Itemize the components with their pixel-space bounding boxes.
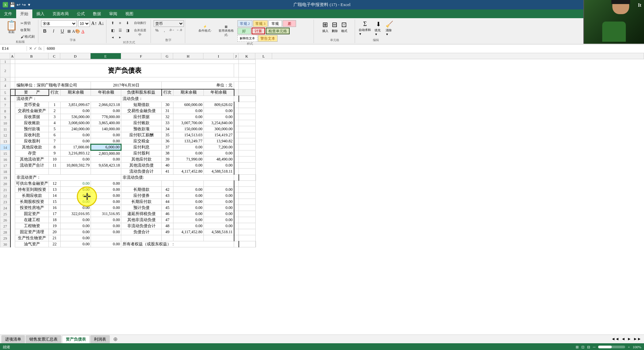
cell-a1[interactable]: [10, 60, 15, 64]
style-normal[interactable]: 常规: [268, 20, 282, 27]
style-calc[interactable]: 计算: [252, 28, 265, 34]
grid-scroll-area[interactable]: 1 2 资产负债表 3: [0, 59, 644, 335]
col-header-e[interactable]: E: [91, 53, 121, 59]
col-header-b[interactable]: B: [15, 53, 49, 59]
style-explain[interactable]: 解释性文本: [237, 35, 257, 42]
italic-button[interactable]: I: [50, 28, 57, 35]
insert-function-icon[interactable]: fx: [38, 46, 42, 51]
tab-insert[interactable]: 插入: [32, 9, 49, 18]
wrap-text-button[interactable]: 自动换行: [132, 20, 149, 27]
col-header-a[interactable]: A: [10, 53, 15, 59]
align-right-button[interactable]: ◨: [124, 28, 131, 34]
style-good[interactable]: 好: [237, 28, 251, 34]
number-format-select[interactable]: 货币: [154, 20, 184, 27]
merge-center-button[interactable]: 合并后居中: [132, 28, 149, 34]
indent-increase-button[interactable]: ►: [117, 35, 124, 40]
increase-font-button[interactable]: A↑: [91, 21, 97, 26]
tab-page-layout[interactable]: 页面布局: [49, 9, 73, 18]
indent-decrease-button[interactable]: ◄: [109, 35, 116, 40]
scroll-left-button[interactable]: ◄◄: [611, 337, 619, 342]
font-color-button[interactable]: A: [82, 29, 85, 34]
font-size-select[interactable]: 10: [78, 20, 90, 27]
row-g7[interactable]: 30: [162, 102, 173, 108]
zoom-in-button[interactable]: +: [628, 345, 630, 349]
fill-color-button[interactable]: A🎨: [72, 29, 80, 34]
style-normal3[interactable]: 常规 3: [253, 20, 268, 27]
sheet-tab-xiaoshufapiao[interactable]: 销售发票汇总表: [26, 335, 61, 343]
tab-review[interactable]: 审阅: [105, 9, 121, 18]
align-top-button[interactable]: ⬆: [109, 20, 116, 27]
tab-view[interactable]: 视图: [121, 9, 137, 18]
paste-button[interactable]: 📋 粘贴: [5, 21, 18, 39]
quick-customize[interactable]: ▼: [27, 3, 31, 7]
tab-home[interactable]: 开始: [16, 9, 32, 18]
quick-save[interactable]: 💾: [9, 2, 15, 8]
view-page-button[interactable]: ⊡: [581, 345, 584, 349]
format-cell-button[interactable]: ⊡ 格式: [340, 20, 348, 34]
style-bad[interactable]: 差: [283, 20, 296, 27]
quick-undo[interactable]: ↩: [17, 2, 21, 8]
period-h7[interactable]: 600,000.00: [173, 102, 204, 108]
cut-button[interactable]: ✂ 剪切: [19, 20, 36, 26]
col-header-c[interactable]: C: [49, 53, 60, 59]
zoom-out-button[interactable]: ─: [593, 345, 595, 349]
tab-data[interactable]: 数据: [89, 9, 105, 18]
zoom-slider[interactable]: [598, 346, 625, 348]
col-header-g[interactable]: G: [161, 53, 173, 59]
cell-j2[interactable]: [234, 64, 239, 77]
insert-cell-button[interactable]: ⊞ 插入: [321, 20, 329, 34]
cancel-formula-icon[interactable]: ✕: [29, 46, 32, 51]
year-i7[interactable]: 809,628.02: [204, 102, 234, 108]
tab-file[interactable]: 文件: [0, 9, 16, 18]
align-left-button[interactable]: ◧: [109, 28, 116, 34]
bold-button[interactable]: B: [41, 28, 49, 35]
decrease-decimal-button[interactable]: ←.0: [176, 28, 183, 34]
view-break-button[interactable]: ⊟: [587, 345, 590, 349]
align-bottom-button[interactable]: ⬇: [124, 20, 131, 27]
sheet-tab-profit[interactable]: 利润表: [90, 335, 110, 343]
col-header-h[interactable]: H: [173, 53, 203, 59]
col-header-j[interactable]: J: [234, 53, 238, 59]
thousand-button[interactable]: ,: [161, 28, 168, 34]
scroll-prev-button[interactable]: ◄: [621, 337, 625, 342]
format-painter-button[interactable]: 🖌 格式刷: [19, 34, 36, 40]
cell-reference-box[interactable]: E14: [0, 46, 27, 51]
col-header-i[interactable]: I: [203, 53, 234, 59]
style-warn[interactable]: 警告文本: [258, 35, 278, 42]
cell-k2[interactable]: [239, 64, 256, 77]
delete-cell-button[interactable]: ⊟ 删除: [331, 20, 339, 34]
underline-button[interactable]: U: [59, 28, 66, 35]
add-sheet-button[interactable]: ⊕: [110, 335, 120, 343]
style-normal2[interactable]: 常规 2: [237, 20, 252, 27]
fill-button[interactable]: ⬇ 填充▼: [374, 20, 383, 36]
cell-a2[interactable]: [10, 64, 15, 77]
scroll-next-button[interactable]: ►: [627, 337, 631, 342]
col-header-f[interactable]: F: [121, 53, 161, 59]
col-header-k[interactable]: K: [238, 53, 255, 59]
cell-k1[interactable]: [239, 60, 256, 64]
col-header-d[interactable]: D: [60, 53, 91, 59]
cell-e14-selected[interactable]: 6,000.00: [91, 144, 121, 150]
sheet-tab-assets[interactable]: 资产负债表: [62, 335, 90, 343]
quick-redo[interactable]: ↪: [22, 2, 26, 8]
align-middle-button[interactable]: ≡: [117, 20, 124, 27]
decrease-font-button[interactable]: A↓: [98, 21, 104, 26]
font-family-select[interactable]: 宋体: [41, 20, 77, 27]
table-format-button[interactable]: ▦ 套用表格格式-: [216, 24, 236, 38]
clear-button[interactable]: 🧹 清除▼: [385, 20, 394, 36]
asset-b7[interactable]: 货币资金: [15, 102, 49, 108]
tab-formula[interactable]: 公式: [73, 9, 89, 18]
period-d7[interactable]: 3,851,099.67: [61, 102, 91, 108]
confirm-formula-icon[interactable]: ✓: [34, 46, 37, 51]
copy-button[interactable]: ⧉ 复制: [19, 27, 36, 33]
view-normal-button[interactable]: ⊞: [576, 345, 579, 349]
cell-b1-j1[interactable]: [15, 60, 239, 64]
liability-f7[interactable]: 短期借款: [121, 102, 162, 108]
conditional-format-button[interactable]: ⚡ 条件格式-: [195, 24, 215, 38]
style-check[interactable]: 检查单元格: [266, 28, 290, 34]
sheet-tab-jinjingqingdan[interactable]: 进项清单: [1, 335, 25, 343]
percent-button[interactable]: %: [154, 28, 160, 34]
year-e7[interactable]: 2,066,023.18: [91, 102, 121, 108]
increase-decimal-button[interactable]: .0→: [168, 28, 175, 34]
font-border-button[interactable]: ⊞: [67, 29, 71, 34]
